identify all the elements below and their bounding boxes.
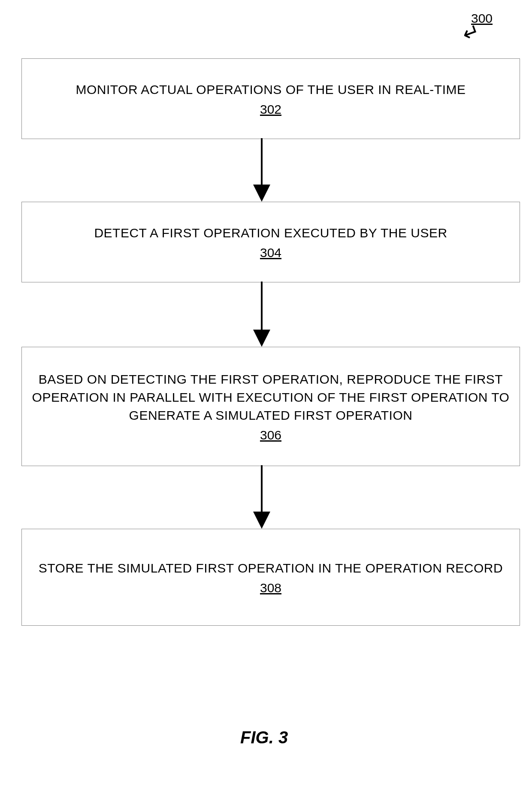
figure-caption: FIG. 3 [240, 728, 288, 747]
flowchart-canvas: 300 ↵ MONITOR ACTUAL OPERATIONS OF THE U… [0, 0, 532, 806]
flow-arrows [0, 0, 532, 806]
